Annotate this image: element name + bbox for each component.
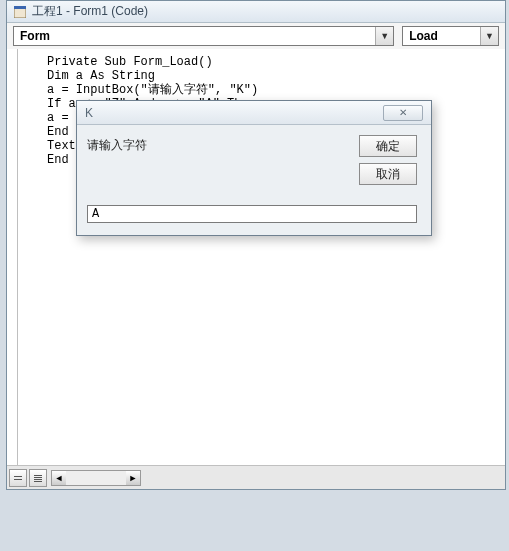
chevron-down-icon[interactable]: ▼ — [480, 27, 498, 45]
svg-rect-6 — [34, 479, 42, 480]
inputbox-titlebar[interactable]: K ✕ — [77, 101, 431, 125]
close-icon: ✕ — [399, 107, 407, 118]
svg-rect-5 — [34, 477, 42, 478]
svg-rect-7 — [34, 481, 42, 482]
svg-rect-4 — [34, 475, 42, 476]
procedure-combo[interactable]: Load ▼ — [402, 26, 499, 46]
ok-button[interactable]: 确定 — [359, 135, 417, 157]
horizontal-scrollbar[interactable]: ◄ ► — [51, 470, 141, 486]
procedure-view-button[interactable] — [9, 469, 27, 487]
object-combo[interactable]: Form ▼ — [13, 26, 394, 46]
svg-rect-1 — [14, 6, 26, 9]
code-window: 工程1 - Form1 (Code) Form ▼ Load ▼ Private… — [6, 0, 506, 490]
inputbox-dialog: K ✕ 请输入字符 确定 取消 — [76, 100, 432, 236]
bottom-strip: ◄ ► — [7, 465, 505, 489]
scroll-left-icon[interactable]: ◄ — [52, 471, 66, 485]
window-title: 工程1 - Form1 (Code) — [32, 3, 148, 20]
inputbox-title: K — [85, 106, 93, 120]
titlebar[interactable]: 工程1 - Form1 (Code) — [7, 1, 505, 23]
object-combo-value: Form — [14, 29, 375, 43]
margin-indicator — [17, 49, 18, 465]
inputbox-prompt: 请输入字符 — [87, 137, 147, 154]
form-icon — [13, 5, 27, 19]
inputbox-input[interactable] — [87, 205, 417, 223]
cancel-button[interactable]: 取消 — [359, 163, 417, 185]
chevron-down-icon[interactable]: ▼ — [375, 27, 393, 45]
close-button[interactable]: ✕ — [383, 105, 423, 121]
object-proc-bar: Form ▼ Load ▼ — [7, 23, 505, 50]
procedure-combo-value: Load — [403, 29, 480, 43]
full-module-view-button[interactable] — [29, 469, 47, 487]
inputbox-body: 请输入字符 确定 取消 — [77, 125, 431, 235]
scroll-right-icon[interactable]: ► — [126, 471, 140, 485]
svg-rect-3 — [14, 479, 22, 480]
svg-rect-2 — [14, 476, 22, 477]
